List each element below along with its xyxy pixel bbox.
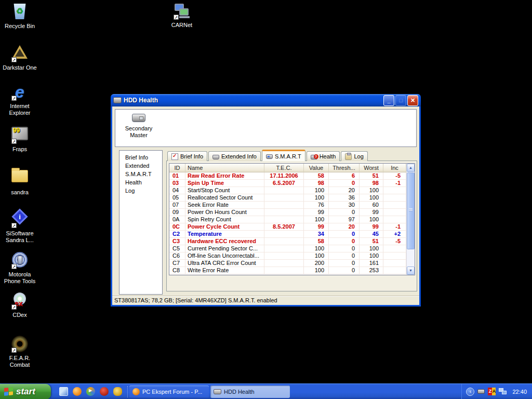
table-row[interactable]: 04Start/Stop Count10020100 — [169, 187, 415, 194]
table-row[interactable]: C5Current Pending Sector C...1000100 — [169, 245, 415, 252]
tab-brief-info[interactable]: ✓ Brief Info — [167, 151, 207, 161]
desktop-icon-internet-explorer[interactable]: e➚ Internet Explorer — [0, 84, 39, 116]
tab-extended-info[interactable]: Extended Info — [208, 151, 261, 161]
tray-network-icon[interactable] — [499, 388, 507, 395]
table-row[interactable]: C7Ultra ATA CRC Error Count2000161 — [169, 260, 415, 267]
media-player-icon[interactable] — [86, 387, 95, 396]
cell-inc — [383, 194, 406, 202]
column-header[interactable]: Worst — [360, 164, 383, 172]
cell-name: Power Cycle Count — [185, 223, 264, 231]
column-header[interactable]: T.E.C. — [264, 164, 304, 172]
shortcut-arrow-icon: ➚ — [11, 348, 17, 353]
section-item-extended[interactable]: Extended — [119, 162, 162, 170]
taskbar-clock[interactable]: 22:40 — [510, 389, 527, 395]
table-row[interactable]: C6Off-line Scan Uncorrectabl...1000100 — [169, 252, 415, 260]
desktop-icon-motorola-phone-tools[interactable]: ➚ Motorola Phone Tools — [0, 251, 39, 285]
cell-thresh: 0 — [329, 231, 360, 238]
tab-strip: ✓ Brief Info Extended Info S.M.A.R.T ? H… — [166, 150, 417, 161]
title-bar[interactable]: HDD Health _ □ ✕ — [111, 94, 421, 107]
table-row[interactable]: C8Write Error Rate1000253 — [169, 267, 415, 274]
table-row[interactable]: 0CPower Cycle Count8.5.2007992099-1 — [169, 223, 415, 231]
cell-tec — [264, 209, 304, 216]
tab-label: Extended Info — [221, 153, 257, 159]
drive-item-secondary-master[interactable]: Secondary Master — [121, 114, 157, 139]
messenger-icon[interactable] — [113, 387, 122, 396]
table-row[interactable]: 01Raw Read Error Rate17.11.200658651-5 — [169, 172, 415, 180]
show-desktop-icon[interactable] — [59, 387, 68, 396]
desktop-icon-cdex[interactable]: ex➚ CDex — [0, 292, 39, 318]
cell-inc — [383, 267, 406, 274]
internet-explorer-icon: e➚ — [11, 84, 29, 101]
desktop-icon-sandra-folder[interactable]: sandra — [0, 167, 39, 196]
scroll-down-button[interactable]: ▼ — [407, 267, 415, 275]
desktop-icon-recycle-bin[interactable]: ♻ Recycle Bin — [0, 3, 39, 30]
start-button[interactable]: start — [0, 384, 51, 399]
cell-value: 34 — [304, 231, 329, 238]
cell-worst: 51 — [360, 238, 383, 245]
cell-value: 98 — [304, 180, 329, 187]
cell-inc — [383, 202, 406, 209]
cell-thresh: 30 — [329, 202, 360, 209]
desktop-icon-darkstar-one[interactable]: ➚ Darkstar One — [0, 44, 39, 71]
section-item-smart[interactable]: S.M.A.R.T — [119, 170, 162, 178]
table-row[interactable]: 0ASpin Retry Count10097100 — [169, 216, 415, 223]
table-row[interactable]: C3Hardware ECC recovered58051-5 — [169, 238, 415, 245]
hdd-drive-icon — [132, 114, 145, 122]
tray-zonealarm-icon[interactable]: ZA — [488, 388, 496, 395]
tray-hdd-health-icon[interactable] — [477, 389, 485, 394]
taskbar-button-pc-ekspert-forum[interactable]: PC Ekspert Forum - P... — [129, 385, 209, 398]
table-row[interactable]: C2Temperature34045+2 — [169, 231, 415, 238]
cell-name: Spin Up Time — [185, 180, 264, 187]
column-header[interactable]: Inc — [383, 164, 406, 172]
tab-health[interactable]: ? Health — [307, 151, 340, 161]
desktop-icon-label: SiSoftware Sandra L... — [0, 230, 39, 244]
desktop-icon-sisoftware-sandra[interactable]: i➚ SiSoftware Sandra L... — [0, 208, 39, 244]
hdd-icon — [214, 389, 221, 394]
column-header[interactable]: Thresh... — [329, 164, 360, 172]
section-list: Brief Info Extended S.M.A.R.T Health Log — [119, 150, 163, 295]
vertical-scrollbar[interactable]: ▲ ▼ — [406, 164, 415, 275]
desktop-icon-fraps[interactable]: 99➚ Fraps — [0, 125, 39, 153]
tab-smart[interactable]: S.M.A.R.T — [262, 150, 305, 161]
desktop-icon-fear-combat[interactable]: ➚ F.E.A.R. Combat — [0, 335, 39, 368]
cell-name: Seek Error Rate — [185, 202, 264, 209]
tab-log[interactable]: Log — [341, 151, 367, 161]
cdex-icon: ex➚ — [11, 292, 29, 310]
cell-value: 99 — [304, 209, 329, 216]
close-button[interactable]: ✕ — [407, 95, 418, 106]
table-row[interactable]: 09Power On Hours Count99099 — [169, 209, 415, 216]
scroll-up-button[interactable]: ▲ — [407, 164, 415, 172]
minimize-button[interactable]: _ — [383, 95, 394, 106]
desktop-icon-label: Motorola Phone Tools — [0, 271, 39, 285]
desktop-icon-carnet[interactable]: ➚ CARNet — [162, 3, 202, 29]
cell-thresh: 6 — [329, 172, 360, 180]
section-item-health[interactable]: Health — [119, 178, 162, 187]
column-header[interactable]: ID — [169, 164, 185, 172]
cell-value: 100 — [304, 194, 329, 202]
cell-thresh: 97 — [329, 216, 360, 223]
opera-icon[interactable] — [100, 387, 109, 396]
cell-tec: 8.5.2007 — [264, 223, 304, 231]
cell-name: Ultra ATA CRC Error Count — [185, 260, 264, 267]
section-item-brief-info[interactable]: Brief Info — [119, 153, 162, 162]
cell-worst: 60 — [360, 202, 383, 209]
brief-info-tab-icon: ✓ — [171, 153, 178, 160]
table-row[interactable]: 07Seek Error Rate763060 — [169, 202, 415, 209]
column-header[interactable]: Name — [185, 164, 264, 172]
cell-name: Temperature — [185, 231, 264, 238]
table-row[interactable]: 03Spin Up Time6.5.200798098-1 — [169, 180, 415, 187]
hdd-health-window: HDD Health _ □ ✕ Secondary Master Brief … — [111, 94, 421, 307]
cell-thresh: 0 — [329, 260, 360, 267]
firefox-icon[interactable] — [73, 387, 82, 396]
scrollbar-thumb[interactable] — [407, 172, 415, 249]
darkstar-one-icon: ➚ — [11, 45, 29, 63]
table-row[interactable]: 05Reallocated Sector Count10036100 — [169, 194, 415, 202]
tray-collapse-chevron[interactable]: ‹ — [466, 388, 474, 396]
desktop-icon-label: Darkstar One — [0, 64, 39, 71]
column-header[interactable]: Value — [304, 164, 329, 172]
shortcut-arrow-icon: ➚ — [11, 57, 17, 62]
cell-name: Start/Stop Count — [185, 187, 264, 194]
section-item-log[interactable]: Log — [119, 187, 162, 195]
taskbar-button-hdd-health[interactable]: HDD Health — [210, 385, 290, 398]
cell-tec — [264, 187, 304, 194]
